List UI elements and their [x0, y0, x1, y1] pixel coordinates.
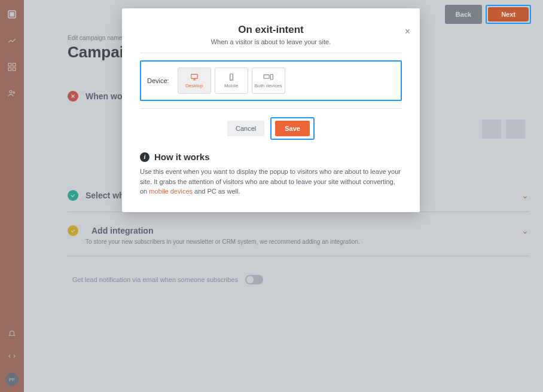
svg-rect-18	[264, 75, 269, 78]
device-desktop[interactable]: Desktop	[178, 68, 211, 94]
how-it-works-title: How it works	[154, 152, 210, 162]
device-selector: Device: Desktop Mobile Both devices	[140, 60, 402, 101]
topbar: Back Next	[445, 5, 531, 24]
save-highlight: Save	[270, 117, 315, 140]
device-mobile-label: Mobile	[224, 83, 239, 88]
both-devices-icon	[263, 73, 274, 81]
device-both[interactable]: Both devices	[252, 68, 285, 94]
how-it-works-header: i How it works	[140, 152, 402, 162]
modal-actions: Cancel Save	[140, 117, 402, 140]
how-it-works-body: Use this event when you want to display …	[140, 167, 402, 197]
save-button[interactable]: Save	[275, 121, 310, 136]
how-text-2: and PC as well.	[193, 188, 240, 195]
mobile-icon	[226, 73, 237, 81]
modal-title: On exit-intent	[140, 24, 402, 36]
back-button[interactable]: Back	[445, 5, 482, 24]
mobile-devices-link[interactable]: mobile devices	[149, 188, 193, 195]
next-button[interactable]: Next	[488, 7, 529, 22]
device-label: Device:	[147, 77, 169, 84]
modal-subtitle: When a visitor is about to leave your si…	[140, 38, 402, 45]
device-both-label: Both devices	[255, 83, 282, 88]
svg-rect-19	[270, 75, 273, 79]
device-mobile[interactable]: Mobile	[215, 68, 248, 94]
device-options: Desktop Mobile Both devices	[178, 68, 285, 94]
device-desktop-label: Desktop	[185, 83, 203, 88]
exit-intent-modal: × On exit-intent When a visitor is about…	[122, 8, 420, 212]
next-highlight: Next	[486, 5, 531, 24]
divider	[140, 108, 402, 109]
close-icon[interactable]: ×	[405, 26, 410, 37]
info-icon: i	[140, 152, 150, 162]
desktop-icon	[189, 73, 200, 81]
divider	[140, 53, 402, 53]
svg-rect-13	[191, 74, 197, 78]
cancel-button[interactable]: Cancel	[227, 121, 264, 136]
